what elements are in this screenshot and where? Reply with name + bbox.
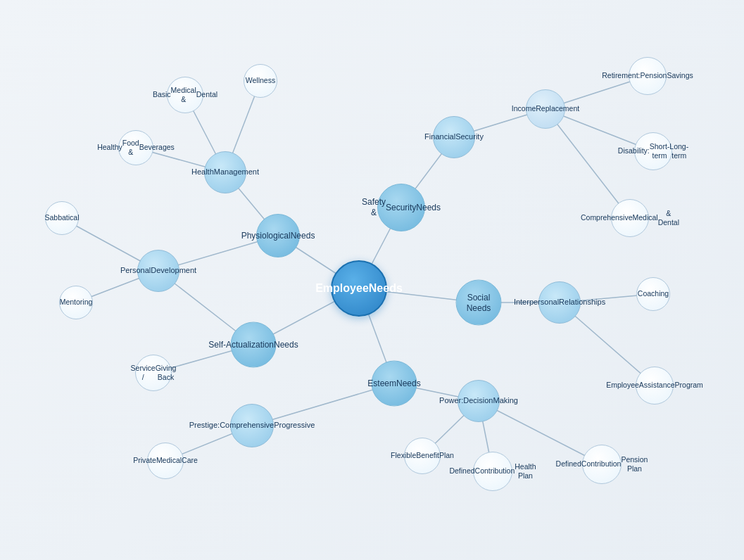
node-coaching[interactable]: Coaching (636, 277, 670, 311)
mind-map-container: EmployeeNeedsSafety &SecurityNeedsSocial… (0, 0, 744, 560)
node-disability[interactable]: Disability:Short-termLong-term (634, 132, 672, 170)
node-health-management[interactable]: HealthManagement (204, 151, 246, 193)
node-esteem-needs[interactable]: EsteemNeeds (372, 361, 417, 407)
node-social-needs[interactable]: Social Needs (456, 280, 502, 326)
node-healthy-food[interactable]: HealthyFood &Beverages (118, 130, 153, 165)
node-personal-development[interactable]: PersonalDevelopment (137, 250, 179, 292)
node-mentoring[interactable]: Mentoring (59, 286, 93, 319)
node-financial-security[interactable]: FinancialSecurity (433, 116, 475, 158)
node-income-replacement[interactable]: IncomeReplacement (526, 89, 565, 129)
node-defined-contribution-health[interactable]: DefinedContributionHealth Plan (473, 452, 512, 491)
node-wellness[interactable]: Wellness (244, 64, 277, 98)
node-retirement-pension[interactable]: Retirement:PensionSavings (629, 57, 667, 95)
node-private-medical[interactable]: PrivateMedicalCare (147, 443, 184, 479)
node-basic-medical[interactable]: BasicMedical &Dental (167, 77, 203, 113)
node-defined-contribution-pension[interactable]: DefinedContributionPension Plan (582, 445, 622, 484)
node-employee-needs[interactable]: EmployeeNeeds (331, 260, 387, 317)
svg-line-24 (546, 109, 630, 218)
node-flexible-benefit[interactable]: FlexibleBenefitPlan (404, 438, 441, 474)
node-interpersonal[interactable]: InterpersonalRelationships (538, 281, 581, 324)
node-sabbatical[interactable]: Sabbatical (45, 201, 79, 235)
node-employee-assistance[interactable]: EmployeeAssistanceProgram (636, 367, 674, 405)
node-prestige[interactable]: Prestige:ComprehensiveProgressive (230, 404, 274, 447)
node-service-giving[interactable]: Service /Giving Back (135, 355, 172, 391)
node-self-actualization[interactable]: Self-ActualizationNeeds (231, 322, 277, 368)
node-comprehensive-medical[interactable]: ComprehensiveMedical& Dental (611, 199, 649, 237)
node-physiological[interactable]: PhysiologicalNeeds (256, 214, 300, 257)
node-power-decision[interactable]: Power:DecisionMaking (458, 380, 500, 422)
node-safety-security[interactable]: Safety &SecurityNeeds (377, 184, 425, 231)
